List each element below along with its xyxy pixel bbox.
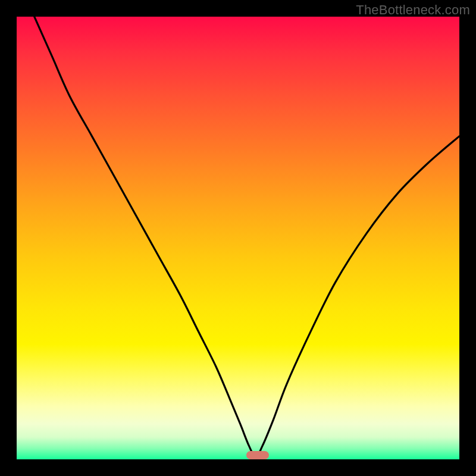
chart-frame: TheBottleneck.com	[0, 0, 476, 476]
watermark-label: TheBottleneck.com	[356, 2, 470, 18]
bottleneck-curve	[17, 17, 459, 459]
optimal-marker	[246, 451, 269, 459]
plot-area	[17, 17, 459, 459]
